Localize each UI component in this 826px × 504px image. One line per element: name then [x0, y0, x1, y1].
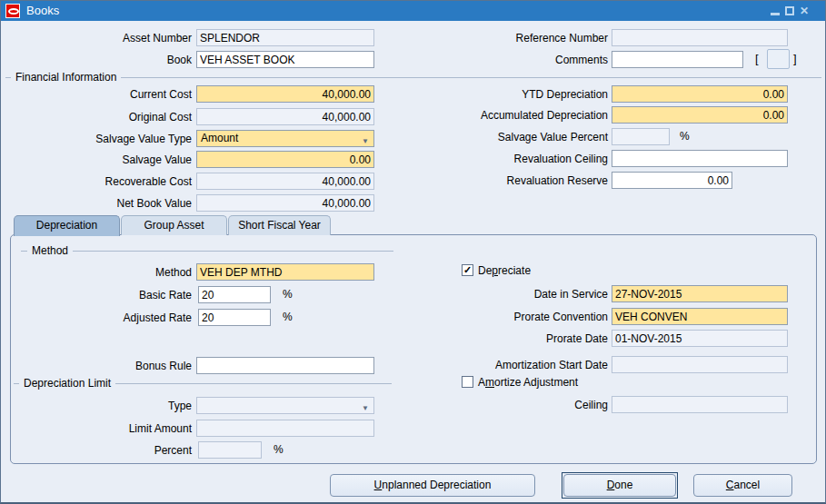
adjusted-rate-label: Adjusted Rate — [8, 310, 192, 326]
recoverable-cost-field — [196, 173, 374, 190]
current-cost-field[interactable] — [196, 85, 374, 103]
close-button[interactable]: ✕ — [798, 5, 811, 17]
salvage-value-type-label: Salvage Value Type — [8, 131, 192, 147]
method-frame-label: Method — [27, 244, 73, 258]
tab-group-asset[interactable]: Group Asset — [121, 215, 227, 235]
bonus-rule-label: Bonus Rule — [8, 358, 192, 374]
limit-amount-label: Limit Amount — [8, 420, 192, 437]
revaluation-reserve-field[interactable] — [612, 172, 732, 189]
salvage-value-percent-label: Salvage Value Percent — [419, 129, 608, 145]
amortize-adjustment-label: Amortize Adjustment — [478, 375, 578, 390]
method-frame-line — [21, 251, 393, 252]
amortization-start-date-label: Amortization Start Date — [419, 357, 608, 373]
maximize-icon — [785, 6, 794, 15]
method-label: Method — [8, 264, 192, 281]
salvage-value-percent-suffix: % — [680, 128, 690, 145]
depreciate-label: Depreciate — [478, 263, 531, 278]
amortization-start-date-field — [612, 356, 788, 373]
date-in-service-label: Date in Service — [419, 286, 608, 302]
prorate-date-field — [612, 330, 788, 347]
method-field[interactable] — [196, 263, 374, 281]
bonus-rule-field[interactable] — [196, 357, 374, 374]
salvage-value-label: Salvage Value — [8, 152, 192, 168]
oracle-logo-icon — [5, 4, 20, 18]
tab-depreciation[interactable]: Depreciation — [14, 215, 120, 236]
minimize-button[interactable] — [769, 5, 781, 17]
salvage-value-type-value: Amount — [201, 132, 238, 144]
basic-rate-field[interactable] — [198, 286, 271, 303]
basic-rate-suffix: % — [283, 286, 293, 303]
reference-number-label: Reference Number — [419, 30, 608, 46]
chevron-down-icon: ▼ — [362, 133, 369, 147]
salvage-value-type-select[interactable]: Amount ▼ — [196, 130, 374, 147]
ceiling-label: Ceiling — [419, 397, 608, 413]
tab-short-fiscal-year[interactable]: Short Fiscal Year — [228, 215, 331, 235]
limit-percent-field — [198, 441, 262, 459]
salvage-value-percent-field — [612, 128, 670, 145]
flexfield-bracket-close: ] — [793, 49, 797, 69]
done-button-default-ring: Done — [562, 472, 678, 499]
limit-amount-field — [196, 420, 374, 437]
financial-frame-label: Financial Information — [11, 71, 121, 84]
basic-rate-label: Basic Rate — [8, 287, 192, 303]
book-field[interactable] — [196, 51, 374, 68]
maximize-button[interactable] — [783, 5, 796, 17]
net-book-value-label: Net Book Value — [8, 195, 192, 212]
limit-percent-label: Percent — [8, 442, 192, 459]
financial-frame-line — [5, 77, 821, 78]
window-title: Books — [26, 1, 59, 21]
revaluation-reserve-label: Revaluation Reserve — [419, 173, 608, 189]
chevron-down-icon: ▼ — [362, 400, 369, 414]
done-button[interactable]: Done — [563, 474, 676, 497]
net-book-value-field — [196, 194, 374, 212]
asset-number-label: Asset Number — [8, 30, 192, 46]
ytd-depreciation-label: YTD Depreciation — [419, 86, 608, 103]
cancel-button[interactable]: Cancel — [693, 474, 792, 497]
depreciate-checkbox[interactable]: ✓ — [462, 264, 473, 276]
current-cost-label: Current Cost — [8, 86, 192, 103]
depreciation-limit-frame-label: Depreciation Limit — [19, 377, 115, 390]
comments-flexfield-button[interactable] — [767, 49, 790, 69]
comments-field[interactable] — [612, 51, 743, 68]
reference-number-field — [612, 29, 788, 46]
limit-percent-suffix: % — [274, 441, 284, 459]
adjusted-rate-field[interactable] — [198, 309, 271, 326]
book-label: Book — [8, 52, 192, 68]
accumulated-depreciation-field[interactable] — [612, 106, 788, 124]
prorate-convention-label: Prorate Convention — [419, 309, 608, 325]
prorate-convention-field[interactable] — [612, 308, 788, 325]
date-in-service-field[interactable] — [612, 285, 788, 302]
titlebar[interactable]: Books ✕ — [1, 1, 825, 21]
original-cost-label: Original Cost — [8, 109, 192, 125]
adjusted-rate-suffix: % — [283, 309, 293, 326]
flexfield-bracket-open: [ — [755, 49, 759, 69]
prorate-date-label: Prorate Date — [419, 331, 608, 347]
revaluation-ceiling-field[interactable] — [612, 150, 788, 167]
books-window: Books ✕ Asset Number Book Reference Numb… — [0, 0, 826, 504]
comments-label: Comments — [419, 52, 608, 68]
revaluation-ceiling-label: Revaluation Ceiling — [419, 151, 608, 167]
limit-type-label: Type — [8, 398, 192, 414]
limit-type-select: ▼ — [196, 397, 374, 414]
close-icon: ✕ — [798, 5, 811, 17]
salvage-value-field[interactable] — [196, 151, 374, 168]
accumulated-depreciation-label: Accumulated Depreciation — [419, 107, 608, 124]
ceiling-field — [612, 396, 788, 413]
ytd-depreciation-field[interactable] — [612, 85, 788, 103]
asset-number-field — [196, 29, 374, 46]
unplanned-depreciation-button[interactable]: Unplanned Depreciation — [330, 474, 535, 497]
amortize-adjustment-checkbox[interactable] — [462, 376, 473, 388]
minimize-icon — [771, 13, 780, 15]
recoverable-cost-label: Recoverable Cost — [8, 173, 192, 190]
original-cost-field — [196, 108, 374, 125]
